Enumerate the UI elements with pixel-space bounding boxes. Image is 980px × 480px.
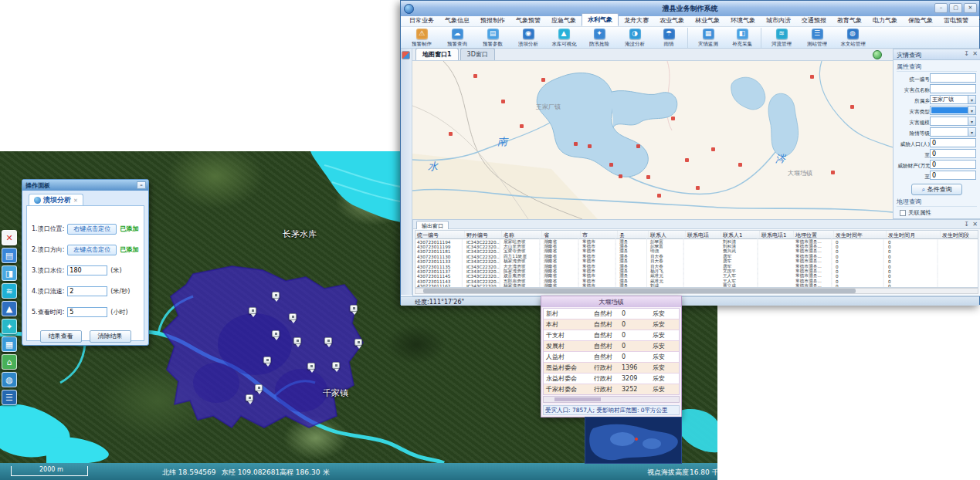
map-view-tab[interactable]: 3D窗口: [460, 48, 495, 60]
menu-item[interactable]: 日常业务: [404, 15, 439, 26]
village-row[interactable]: 本村自然村0乐安: [544, 319, 679, 330]
danger-level-select[interactable]: [930, 127, 976, 137]
menu-item[interactable]: 预报制作: [475, 15, 510, 26]
village-row[interactable]: 干支村自然村0乐安: [544, 330, 679, 341]
disaster-type-select[interactable]: [930, 106, 976, 115]
map-tool-button[interactable]: ◍: [2, 372, 17, 387]
window-titlebar[interactable]: 澧县业务制作系统 – ▢ ✕: [401, 1, 979, 16]
ribbon-button[interactable]: ☰ 测站管理: [799, 28, 835, 48]
panel-header[interactable]: 灾情查询 ↧ ✕: [894, 49, 980, 60]
menu-item[interactable]: 气象预警: [510, 15, 546, 26]
menu-item[interactable]: 环境气象: [725, 15, 761, 26]
flood-result-pin[interactable]: [293, 337, 302, 348]
flood-result-pin[interactable]: [263, 357, 272, 367]
map-view-tab[interactable]: 地图窗口1: [415, 48, 459, 60]
menu-item[interactable]: 保险气象: [903, 15, 938, 26]
village-row[interactable]: 发展村自然村0乐安: [544, 341, 679, 352]
menu-item[interactable]: 电力气象: [867, 15, 903, 26]
threat-population-input[interactable]: [930, 138, 976, 147]
menu-item[interactable]: 龙舟大赛: [619, 15, 654, 26]
map-tool-button[interactable]: ✦: [2, 319, 17, 334]
flood-result-pin[interactable]: [307, 363, 316, 374]
map-tool-button[interactable]: ⌂: [2, 354, 17, 370]
ribbon-button[interactable]: ☁ 预警查询: [439, 28, 475, 48]
threat-asset-input[interactable]: [930, 160, 976, 169]
village-row[interactable]: 新村自然村0乐安: [544, 309, 679, 319]
link-attribute-checkbox[interactable]: 关联属性: [900, 209, 974, 217]
menu-item[interactable]: 交通预报: [796, 15, 832, 26]
map-tool-button[interactable]: ≋: [2, 283, 17, 299]
pin-icon[interactable]: ↧: [964, 50, 969, 57]
table-horizontal-scrollbar[interactable]: [415, 288, 978, 294]
menu-item[interactable]: 教育气象: [832, 15, 867, 26]
clear-result-button[interactable]: 清除结果: [90, 330, 131, 343]
menu-item[interactable]: 城市内涝: [761, 15, 796, 26]
flood-result-pin[interactable]: [332, 362, 341, 373]
ribbon-button[interactable]: ◍ 水文站管理: [835, 28, 870, 48]
flood-result-pin[interactable]: [324, 337, 333, 348]
scrollbar-thumb[interactable]: [554, 397, 601, 401]
output-tab[interactable]: 输出窗口: [416, 221, 449, 229]
ribbon-button[interactable]: ▤ 预警参数: [475, 28, 510, 48]
maximize-button[interactable]: ▢: [949, 3, 962, 13]
ribbon-button[interactable]: ⚠ 预警制作: [404, 28, 439, 48]
village-scrollbar[interactable]: [543, 396, 680, 403]
flood-result-pin[interactable]: [354, 339, 363, 350]
menu-item[interactable]: 雷电预警: [938, 15, 974, 26]
tab-close-icon[interactable]: ✕: [73, 198, 78, 204]
flood-result-pin[interactable]: [272, 292, 280, 303]
dialog-titlebar[interactable]: 操作面板 –: [22, 180, 148, 191]
village-row[interactable]: 人益村自然村0乐安: [544, 352, 679, 363]
layers-icon[interactable]: [402, 51, 410, 59]
menu-item[interactable]: 气象活动: [974, 15, 980, 26]
village-table[interactable]: 新村自然村0乐安本村自然村0乐安干支村自然村0乐安发展村自然村0乐安人益村自然村…: [543, 308, 680, 395]
ribbon-button[interactable]: ▲ 水库可视化: [546, 28, 582, 48]
menu-item[interactable]: 林业气象: [690, 15, 725, 26]
flood-result-pin[interactable]: [350, 305, 358, 316]
ribbon-button[interactable]: ◑ 淹没分析: [617, 28, 653, 48]
uid-input[interactable]: [930, 73, 976, 83]
menu-item[interactable]: 气象信息: [439, 15, 475, 26]
menu-item[interactable]: 水利气象: [582, 13, 619, 26]
ribbon-button[interactable]: ☂ 雨情: [653, 28, 688, 48]
scrollbar-thumb[interactable]: [423, 289, 856, 293]
map-tool-button[interactable]: ▦: [2, 336, 17, 352]
map-tool-button[interactable]: ☰: [2, 390, 17, 405]
flood-result-pin[interactable]: [246, 394, 254, 405]
close-icon[interactable]: ✕: [972, 50, 978, 57]
village-row[interactable]: 永益村委会行政村3209乐安: [544, 374, 679, 384]
threat-population-to-input[interactable]: [930, 149, 976, 158]
map-tool-button[interactable]: ▤: [2, 248, 17, 263]
ribbon-button[interactable]: ✦ 防汛抢险: [582, 28, 617, 48]
ribbon-button[interactable]: ▦ 灾情监测: [690, 28, 726, 48]
disaster-scale-select[interactable]: [930, 117, 976, 126]
township-select[interactable]: 王家厂镇: [930, 95, 976, 104]
tab-dam-break-analysis[interactable]: 溃坝分析 ✕: [29, 194, 83, 206]
overview-minimap[interactable]: [585, 417, 682, 464]
menu-item[interactable]: 农业气象: [654, 15, 690, 26]
vector-map[interactable]: 南水涔 王家厂镇大堰垱镇: [412, 61, 893, 219]
pin-icon[interactable]: ↧: [964, 221, 969, 228]
disaster-name-input[interactable]: [930, 84, 976, 93]
threat-asset-to-input[interactable]: [930, 171, 976, 180]
flow-speed-input[interactable]: [67, 286, 107, 296]
view-result-button[interactable]: 结果查看: [40, 330, 82, 343]
locate-button[interactable]: [873, 50, 882, 59]
breach-level-input[interactable]: [67, 265, 107, 275]
condition-query-button[interactable]: ⌕ 条件查询: [911, 184, 962, 195]
village-row[interactable]: 恩益村委会行政村1396乐安: [544, 363, 679, 374]
village-panel-title[interactable]: 大堰垱镇: [541, 296, 681, 307]
menu-item[interactable]: 应急气象: [546, 15, 582, 26]
dialog-minimize-button[interactable]: –: [137, 181, 146, 189]
map-tool-button[interactable]: ▲: [2, 301, 17, 316]
flood-result-pin[interactable]: [289, 313, 297, 324]
map-tool-button[interactable]: ✕: [2, 230, 17, 245]
ribbon-button[interactable]: ◉ 溃坝分析: [510, 28, 546, 48]
flood-result-pin[interactable]: [255, 384, 263, 395]
close-icon[interactable]: ✕: [972, 221, 978, 228]
flood-result-pin[interactable]: [272, 330, 280, 341]
flood-result-pin[interactable]: [249, 307, 257, 318]
breach-direction-pick-button[interactable]: 左键点击定位: [67, 245, 117, 255]
close-button[interactable]: ✕: [964, 3, 977, 13]
ribbon-button[interactable]: ◧ 补充采集: [726, 28, 761, 48]
